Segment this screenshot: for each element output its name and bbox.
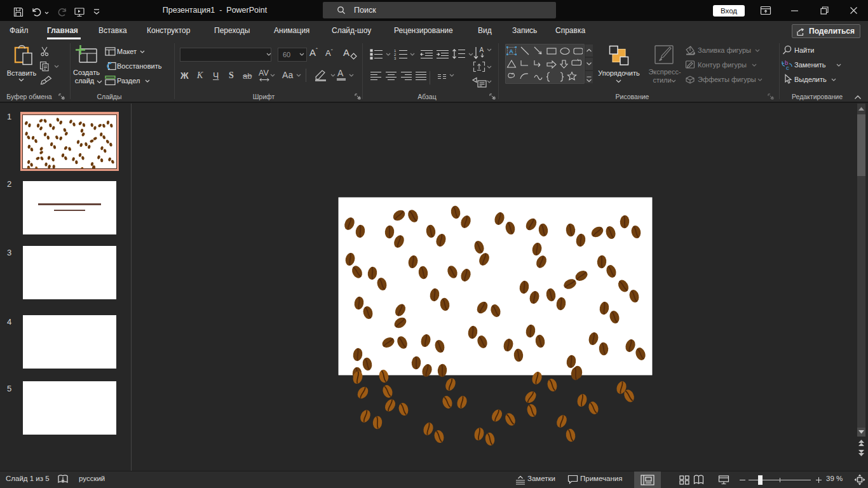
svg-text:А: А bbox=[480, 46, 484, 53]
svg-text:А: А bbox=[509, 48, 513, 55]
svg-text:3: 3 bbox=[394, 57, 397, 60]
svg-text:c: c bbox=[786, 64, 789, 71]
